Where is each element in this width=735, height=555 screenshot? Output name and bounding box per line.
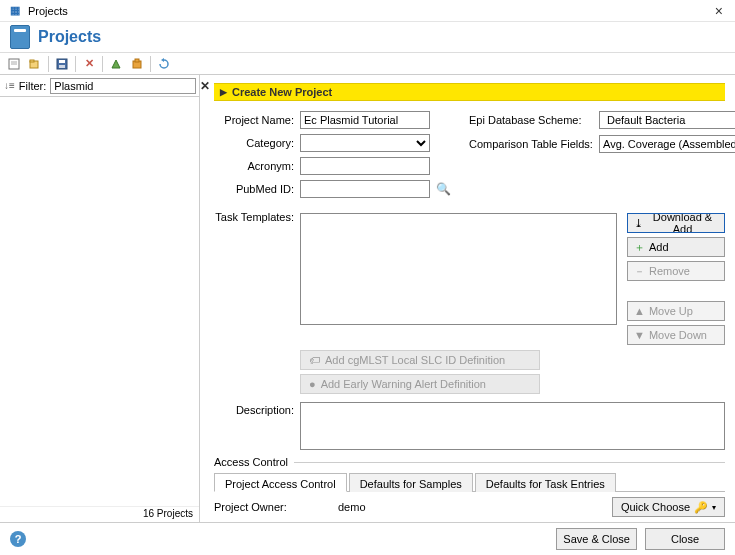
pubmed-label: PubMed ID: xyxy=(214,183,294,195)
add-cgmlst-button: 🏷Add cgMLST Local SLC ID Definition xyxy=(300,350,540,370)
download-add-button[interactable]: ⤓Download & Add xyxy=(627,213,725,233)
toolbar-new-button[interactable] xyxy=(4,55,24,73)
project-name-input[interactable] xyxy=(300,111,430,129)
acronym-label: Acronym: xyxy=(214,160,294,172)
close-button[interactable]: Close xyxy=(645,528,725,550)
expand-icon[interactable]: ▶ xyxy=(220,87,227,97)
window-title: Projects xyxy=(28,5,68,17)
filter-bar: ↓≡ Filter: ✕ xyxy=(0,75,199,97)
move-down-button: ▼Move Down xyxy=(627,325,725,345)
up-icon: ▲ xyxy=(634,305,645,317)
toolbar: ✕ xyxy=(0,53,735,75)
left-pane: ↓≡ Filter: ✕ 16 Projects xyxy=(0,75,200,522)
description-textarea[interactable] xyxy=(300,402,725,450)
toolbar-action1-button[interactable] xyxy=(106,55,126,73)
tab-project-access[interactable]: Project Access Control xyxy=(214,473,347,492)
add-button[interactable]: ＋Add xyxy=(627,237,725,257)
access-control-heading: Access Control xyxy=(214,456,288,468)
category-select[interactable] xyxy=(300,134,430,152)
acronym-input[interactable] xyxy=(300,157,430,175)
category-label: Category: xyxy=(214,137,294,149)
pubmed-input[interactable] xyxy=(300,180,430,198)
tab-defaults-task-entries[interactable]: Defaults for Task Entries xyxy=(475,473,616,492)
move-up-button: ▲Move Up xyxy=(627,301,725,321)
down-icon: ▼ xyxy=(634,329,645,341)
project-name-label: Project Name: xyxy=(214,114,294,126)
help-button[interactable]: ? xyxy=(10,531,26,547)
toolbar-open-button[interactable] xyxy=(25,55,45,73)
banner-title: Create New Project xyxy=(232,86,332,98)
projects-icon xyxy=(10,25,30,49)
description-label: Description: xyxy=(214,402,294,416)
remove-button: －Remove xyxy=(627,261,725,281)
left-status: 16 Projects xyxy=(0,506,199,522)
tab-defaults-samples[interactable]: Defaults for Samples xyxy=(349,473,473,492)
quick-choose-button[interactable]: Quick Choose 🔑 ▾ xyxy=(612,497,725,517)
svg-rect-4 xyxy=(30,60,34,62)
right-pane: ▶ Create New Project Project Name: Categ… xyxy=(200,75,735,522)
project-tree[interactable] xyxy=(0,97,199,506)
sort-icon[interactable]: ↓≡ xyxy=(4,79,15,93)
access-control-tabs: Project Access Control Defaults for Samp… xyxy=(214,472,725,492)
task-templates-list[interactable] xyxy=(300,213,617,325)
comp-fields-value xyxy=(599,135,735,153)
filter-label: Filter: xyxy=(19,80,47,92)
project-owner-value: demo xyxy=(338,501,366,513)
svg-rect-6 xyxy=(59,60,65,63)
svg-rect-7 xyxy=(59,65,65,68)
plus-icon: ＋ xyxy=(634,240,645,255)
tag-icon: 🏷 xyxy=(309,354,320,366)
toolbar-action2-button[interactable] xyxy=(127,55,147,73)
download-icon: ⤓ xyxy=(634,217,643,230)
toolbar-delete-button[interactable]: ✕ xyxy=(79,55,99,73)
page-title: Projects xyxy=(38,28,101,46)
toolbar-refresh-button[interactable] xyxy=(154,55,174,73)
app-icon: ▦ xyxy=(8,4,22,18)
footer: ? Save & Close Close xyxy=(0,522,735,554)
window-close-button[interactable]: × xyxy=(711,3,727,19)
epi-scheme-select[interactable]: Default Bacteria xyxy=(599,111,735,129)
header: Projects xyxy=(0,22,735,52)
filter-input[interactable] xyxy=(50,78,196,94)
epi-scheme-label: Epi Database Scheme: xyxy=(469,114,593,126)
project-owner-label: Project Owner: xyxy=(214,501,332,513)
key-icon: 🔑 xyxy=(694,501,708,514)
comp-fields-label: Comparison Table Fields: xyxy=(469,138,593,150)
dot-icon: ● xyxy=(309,378,316,390)
task-templates-label: Task Templates: xyxy=(214,209,294,223)
svg-rect-9 xyxy=(135,59,139,62)
add-early-warning-button: ●Add Early Warning Alert Definition xyxy=(300,374,540,394)
save-close-button[interactable]: Save & Close xyxy=(556,528,637,550)
section-banner: ▶ Create New Project xyxy=(214,83,725,101)
pubmed-lookup-icon[interactable]: 🔍 xyxy=(436,182,451,196)
toolbar-save-button[interactable] xyxy=(52,55,72,73)
title-bar: ▦ Projects × xyxy=(0,0,735,22)
minus-icon: － xyxy=(634,264,645,279)
